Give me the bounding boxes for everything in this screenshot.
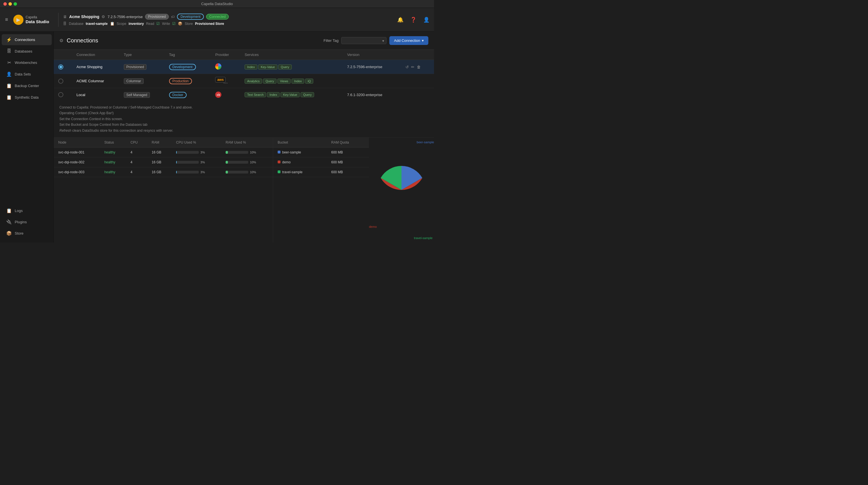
conn-row-1: 🖥 Acme Shopping ⚙ 7.2.5-7596-enterprise … [63,13,229,20]
service-badge: Analytics [245,78,262,84]
cpu-bar-fill [176,171,177,173]
sidebar-item-store[interactable]: 📦 Store [2,228,52,239]
ram-bar-fill [226,161,228,164]
store-icon: 📦 [178,22,182,26]
pie-chart-area: beer-sample demo travel-sample [369,138,434,243]
badge-development[interactable]: Development [177,13,204,20]
title-bar: Capella DataStudio [0,0,434,8]
bucket-quota-cell: 600 MB [327,167,369,177]
db-value: travel-sample [86,22,107,26]
sidebar-item-workbenches[interactable]: ✂ Workbenches [2,57,52,68]
user-button[interactable]: 👤 [422,15,431,24]
write-check-icon: ☑ [172,22,176,26]
node-name: svc-dqi-node-003 [54,167,100,177]
radio-button[interactable] [58,78,63,84]
radio-button[interactable] [58,64,63,69]
bth-quota: RAM Quota [327,138,369,148]
th-tag: Tag [164,50,211,60]
cpu-progress: 3% [176,161,217,164]
node-ram: 16 GB [147,147,171,157]
edit-button[interactable]: ✏ [410,64,415,70]
settings-icon: ⚙ [59,38,63,43]
notifications-button[interactable]: 🔔 [396,15,405,24]
node-row: svc-dqi-node-001healthy416 GB3%10% [54,147,273,157]
connections-title: Connections [67,37,98,44]
sidebar-item-databases[interactable]: 🗄 Databases [2,46,52,57]
gcp-icon [215,63,221,69]
minimize-button[interactable] [8,2,12,6]
filter-select[interactable] [341,37,386,44]
table-row: Acme ShoppingProvisionedDevelopmentIndex… [54,60,434,74]
tag-cell: Production [164,74,211,88]
nth-cpu: CPU [126,138,147,148]
sidebar-item-synthetic[interactable]: 📋 Synthetic Data [2,92,52,103]
write-label: Write [162,22,170,26]
db-label: Database [69,22,84,26]
table-row: LocalSelf ManagedDockercbText SearchInde… [54,88,434,101]
close-button[interactable] [3,2,7,6]
refresh-italic: Refresh [59,129,71,133]
maximize-button[interactable] [13,2,17,6]
tag-icon: 🏷 [171,15,175,19]
node-cpu: 4 [126,147,147,157]
badge-provisioned[interactable]: Provisioned [145,14,169,20]
databases-label: Databases [15,49,32,54]
store-label: Store [185,22,193,26]
sidebar-item-plugins[interactable]: 🔌 Plugins [2,217,52,228]
version-cell: 7.6.1-3200-enterprise [343,88,400,101]
ram-bar-fill [226,171,228,173]
delete-button[interactable]: 🗑 [415,64,422,70]
cpu-pct-label: 3% [200,151,205,154]
add-connection-button[interactable]: Add Connection ▾ [389,36,428,45]
filter-area: Filter Tag Add Connection ▾ [323,36,428,45]
type-cell: Columnar [119,74,164,88]
sidebar-item-datasets[interactable]: 👤 Data Sets [2,69,52,80]
sidebar-item-backup[interactable]: 📋 Backup Center [2,80,52,91]
connection-name-cell: Local [72,88,119,101]
local-icon: cb [215,92,221,98]
sidebar-item-logs[interactable]: 📋 Logs [2,205,52,216]
node-header-row: Node Status CPU RAM CPU Used % RAM Used … [54,138,273,148]
info-line-5: Refresh clears DataStudio store for this… [59,128,428,133]
refresh-button[interactable]: ↺ [404,64,410,70]
version-icon: ⚙ [101,14,105,19]
ram-pct-label: 10% [250,151,256,154]
sidebar: ⚡ Connections 🗄 Databases ✂ Workbenches … [0,32,54,243]
bucket-name-cell: travel-sample [273,167,327,177]
services-cell: Text SearchIndexKey-ValueQuery [240,88,343,101]
node-name: svc-dqi-node-001 [54,147,100,157]
info-line-3: Set the Connection Context in this scree… [59,116,428,122]
radio-cell [54,74,72,88]
type-cell: Provisioned [119,60,164,74]
workbenches-label: Workbenches [15,61,37,65]
logo-icon: ▶ [13,15,24,25]
ram-pct-label: 10% [250,161,256,164]
actions-cell [400,88,434,101]
th-version: Version [343,50,400,60]
service-badge: Key-Value [258,64,277,69]
node-section: Node Status CPU RAM CPU Used % RAM Used … [54,138,434,243]
store-label: Store [15,231,24,235]
conn-row-2: 🗄 Database travel-sample 📋 Scope invento… [63,22,229,26]
provider-cell: aws~~~ [211,74,240,88]
provider-cell [211,60,240,74]
nth-node: Node [54,138,100,148]
cpu-progress: 3% [176,170,217,174]
hamburger-menu[interactable]: ≡ [3,15,10,24]
logs-label: Logs [15,208,23,213]
logo-area: ▶ Capella Data Studio [13,15,49,25]
radio-button[interactable] [58,92,63,97]
bucket-quota-cell: 600 MB [327,147,369,157]
version-cell [343,74,400,88]
info-line-2: Operating Context (Check App Bar!) [59,110,428,116]
services-cell: AnalyticsQueryViewsIndexiQ [240,74,343,88]
store-icon: 📦 [6,231,12,236]
help-button[interactable]: ❓ [409,15,417,24]
th-type: Type [119,50,164,60]
table-header-row: Connection Type Tag Provider Services Ve… [54,50,434,60]
sidebar-item-connections[interactable]: ⚡ Connections [2,34,52,45]
ram-used-cell: 10% [221,157,273,167]
bucket-table-area: Bucket RAM Quota beer-sample600 MBdemo60… [273,138,369,243]
info-text-area: Connect to Capella: Provisioned or Colum… [54,101,434,138]
bucket-name-label: demo [282,160,291,164]
